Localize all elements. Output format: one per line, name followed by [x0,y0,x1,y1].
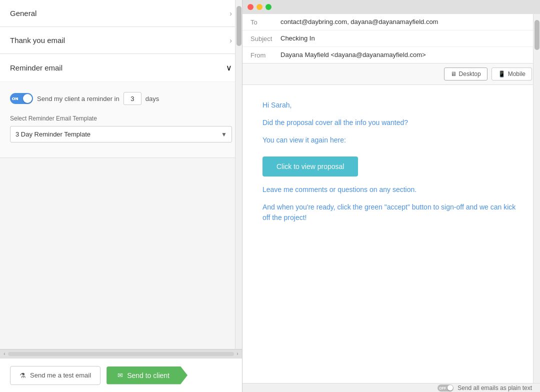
view-proposal-button[interactable]: Click to view proposal [262,156,358,176]
test-email-label: Send me a test email [30,372,91,379]
email-body: Hi Sarah, Did the proposal cover all the… [242,85,540,245]
window-chrome [242,0,540,14]
v-scrollbar-thumb [534,20,540,50]
template-select[interactable]: 3 Day Reminder Template 5 Day Reminder T… [10,126,232,142]
view-toolbar: 🖥 Desktop 📱 Mobile [242,64,540,85]
reminder-toggle-row: ON Send my client a reminder in days [10,92,232,105]
thank-you-section[interactable]: Thank you email › [0,27,242,54]
email-preview: To contact@daybring.com, dayana@dayanama… [242,14,540,392]
email-to-field: To contact@daybring.com, dayana@dayanama… [242,14,540,30]
toggle-on-label: ON [12,96,18,101]
envelope-icon: ✉ [118,372,123,379]
subject-value: Checking In [280,34,532,42]
desktop-icon: 🖥 [450,70,456,78]
scroll-right-arrow-icon[interactable]: › [234,350,241,358]
left-panel: General › Thank you email › Reminder ema… [0,0,242,392]
small-toggle-knob [448,385,453,390]
from-label: From [250,51,280,59]
h-scrollbar-track [8,352,234,356]
desktop-label: Desktop [459,70,481,78]
email-greeting: Hi Sarah, [262,100,520,110]
thank-you-label: Thank you email [10,36,65,44]
template-select-wrapper: 3 Day Reminder Template 5 Day Reminder T… [10,126,232,142]
left-v-thumb [236,6,242,46]
reminder-days-input[interactable] [124,92,142,105]
email-line3: Leave me comments or questions on any se… [262,184,520,195]
toggle-off-label: OFF [439,386,446,390]
flask-icon: ⚗ [20,372,26,380]
plain-text-label: Send all emails as plain text [458,384,532,392]
mobile-label: Mobile [508,70,526,78]
general-label: General [10,9,36,18]
mobile-icon: 📱 [498,70,506,78]
left-horizontal-scrollbar[interactable]: ‹ › [0,349,242,358]
bottom-right-bar: OFF Send all emails as plain text [242,383,540,392]
email-header: To contact@daybring.com, dayana@dayanama… [242,14,540,64]
general-chevron-icon: › [230,10,232,18]
right-panel: To contact@daybring.com, dayana@dayanama… [242,0,540,392]
email-from-field: From Dayana Mayfield <dayana@dayanamayfi… [242,47,540,63]
reminder-body: ON Send my client a reminder in days Sel… [0,82,242,158]
email-line4: And when you're ready, click the green "… [262,202,520,223]
email-body-scroll: Hi Sarah, Did the proposal cover all the… [242,85,540,383]
to-label: To [250,18,280,26]
email-line1: Did the proposal cover all the info you … [262,118,520,128]
reminder-text-before: Send my client a reminder in [37,95,120,102]
to-value: contact@daybring.com, dayana@dayanamayfi… [280,18,532,26]
reminder-text-after: days [146,95,159,102]
mobile-view-button[interactable]: 📱 Mobile [492,68,532,80]
reminder-toggle[interactable]: ON [10,93,33,104]
scroll-left-arrow-icon[interactable]: ‹ [1,350,8,358]
reminder-section: Reminder email ∨ ON Send my client a rem… [0,54,242,158]
toggle-knob [23,94,32,103]
test-email-button[interactable]: ⚗ Send me a test email [10,366,100,385]
reminder-label: Reminder email [10,64,62,72]
plain-text-toggle[interactable]: OFF [438,384,454,392]
minimize-window-icon[interactable] [256,4,262,10]
right-vertical-scrollbar[interactable] [533,14,540,383]
reminder-chevron-icon: ∨ [226,63,232,72]
email-line2: You can view it again here: [262,135,520,146]
left-vertical-scrollbar[interactable] [235,0,242,349]
send-client-label: Send to client [127,372,170,380]
template-label: Select Reminder Email Template [10,115,232,122]
general-section[interactable]: General › [0,0,242,27]
from-value: Dayana Mayfield <dayana@dayanamayfield.c… [280,51,532,58]
reminder-header[interactable]: Reminder email ∨ [0,54,242,82]
send-client-button[interactable]: ✉ Send to client [106,366,188,384]
close-window-icon[interactable] [248,4,254,10]
left-scroll-area: General › Thank you email › Reminder ema… [0,0,242,349]
thank-you-chevron-icon: › [230,36,232,44]
bottom-action-bar: ⚗ Send me a test email ✉ Send to client [0,358,242,392]
plain-text-toggle-row: OFF Send all emails as plain text [438,384,532,392]
subject-label: Subject [250,34,280,42]
desktop-view-button[interactable]: 🖥 Desktop [444,68,488,80]
maximize-window-icon[interactable] [266,4,272,10]
email-subject-field: Subject Checking In [242,30,540,47]
